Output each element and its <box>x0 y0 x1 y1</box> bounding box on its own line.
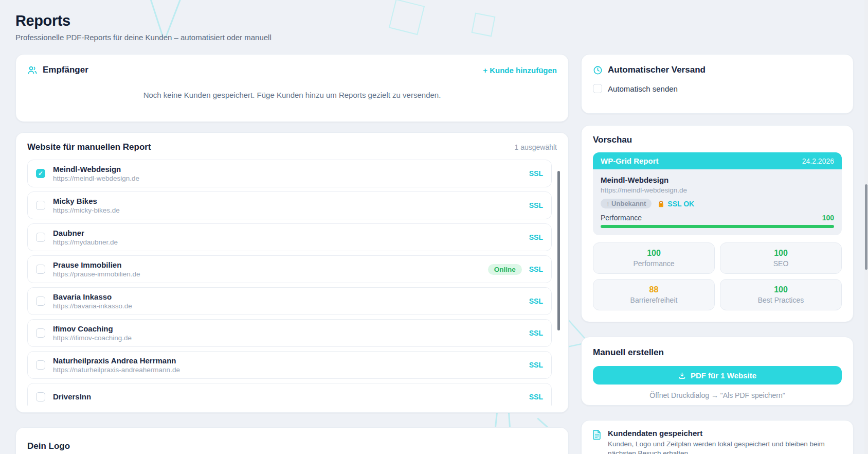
ssl-badge[interactable]: SSL <box>529 233 543 241</box>
site-checkbox[interactable] <box>36 392 45 401</box>
site-url: https://micky-bikes.de <box>53 206 120 214</box>
score-tile: 88 Barrierefreiheit <box>593 279 715 310</box>
score-value: 100 <box>725 249 837 258</box>
score-label: Performance <box>598 259 710 268</box>
preview-card: Vorschau WP-Grid Report 24.2.2026 Meindl… <box>581 125 854 322</box>
auto-send-checkbox[interactable] <box>593 84 602 93</box>
preview-title: Vorschau <box>593 135 842 145</box>
score-value: 100 <box>598 249 710 258</box>
site-url: https://mydaubner.de <box>53 238 118 246</box>
auto-send-card: Automatischer Versand Automatisch senden <box>581 54 854 114</box>
add-customer-button[interactable]: + Kunde hinzufügen <box>483 66 557 75</box>
recipients-empty-text: Noch keine Kunden gespeichert. Füge Kund… <box>27 91 557 99</box>
ssl-badge[interactable]: SSL <box>529 393 543 401</box>
storage-note-text: Kunden, Logo und Zeitplan werden lokal g… <box>608 440 829 454</box>
clock-icon <box>593 65 603 75</box>
create-pdf-button-label: PDF für 1 Website <box>691 371 756 380</box>
score-tile: 100 Performance <box>593 242 715 274</box>
page-title: Reports <box>15 12 855 29</box>
manual-create-title: Manuell erstellen <box>593 347 842 358</box>
manual-create-card: Manuell erstellen PDF für 1 Website Öffn… <box>581 337 854 406</box>
performance-bar <box>601 225 834 228</box>
recipients-title: Empfänger <box>43 65 88 75</box>
selected-count: 1 ausgewählt <box>514 143 557 151</box>
ssl-badge[interactable]: SSL <box>529 201 543 209</box>
score-label: Barrierefreiheit <box>598 296 710 304</box>
site-name: DriversInn <box>53 392 91 401</box>
logo-card: Dein Logo <box>15 427 569 454</box>
ssl-badge[interactable]: SSL <box>529 361 543 369</box>
ssl-badge[interactable]: SSL <box>529 329 543 337</box>
storage-note-card: Kundendaten gespeichert Kunden, Logo und… <box>581 420 854 454</box>
site-name: Ifimov Coaching <box>53 324 132 333</box>
score-value: 100 <box>725 285 837 294</box>
site-checkbox[interactable] <box>36 233 45 242</box>
score-tiles: 100 Performance 100 SEO 88 Barrierefreih… <box>593 242 842 310</box>
page-subtitle: Professionelle PDF-Reports für deine Kun… <box>15 33 855 42</box>
site-url: https://bavaria-inkasso.de <box>53 302 132 310</box>
preview-site-name: Meindl-Webdesign <box>601 176 834 184</box>
score-label: Best Practices <box>725 296 837 304</box>
online-badge: Online <box>488 264 522 275</box>
ssl-badge[interactable]: SSL <box>529 297 543 305</box>
website-list-title: Website für manuellen Report <box>27 142 151 152</box>
website-row[interactable]: Daubner https://mydaubner.de SSL <box>27 223 552 251</box>
website-report-card: Website für manuellen Report 1 ausgewähl… <box>15 132 569 413</box>
site-name: Naturheilpraxis Andrea Herrmann <box>53 356 180 365</box>
list-scrollbar[interactable] <box>557 171 560 330</box>
ssl-ok-badge: SSL OK <box>667 200 694 208</box>
website-list: Meindl-Webdesign https://meindl-webdesig… <box>27 160 557 406</box>
site-name: Prause Immobilien <box>53 260 140 269</box>
site-checkbox[interactable] <box>36 360 45 370</box>
performance-label: Performance <box>601 214 642 222</box>
website-row[interactable]: Meindl-Webdesign https://meindl-webdesig… <box>27 160 552 187</box>
document-icon <box>593 430 601 454</box>
website-row[interactable]: Ifimov Coaching https://ifimov-coaching.… <box>27 319 552 347</box>
site-checkbox[interactable] <box>36 201 45 210</box>
report-date: 24.2.2026 <box>802 157 834 165</box>
manual-hint: Öffnet Druckdialog → "Als PDF speichern" <box>593 391 842 399</box>
website-row[interactable]: DriversInn SSL <box>27 383 552 406</box>
site-name: Meindl-Webdesign <box>53 165 139 173</box>
status-badge: ↑ Unbekannt <box>601 199 652 208</box>
ssl-badge[interactable]: SSL <box>529 169 543 178</box>
score-label: SEO <box>725 259 837 268</box>
lock-icon <box>658 200 664 207</box>
download-icon <box>678 372 686 379</box>
page-scrollbar-thumb[interactable] <box>865 184 867 270</box>
users-icon <box>27 65 38 75</box>
auto-send-label: Automatisch senden <box>608 84 678 93</box>
site-checkbox[interactable] <box>36 265 45 274</box>
create-pdf-button[interactable]: PDF für 1 Website <box>593 366 842 385</box>
preview-site-url: https://meindl-webdesign.de <box>601 186 834 194</box>
site-name: Daubner <box>53 229 118 237</box>
auto-send-title: Automatischer Versand <box>608 65 706 75</box>
performance-value: 100 <box>822 214 834 222</box>
site-url: https://naturheilpraxis-andreahermann.de <box>53 366 180 374</box>
score-value: 88 <box>598 285 710 294</box>
score-tile: 100 Best Practices <box>720 279 842 310</box>
recipients-card: Empfänger + Kunde hinzufügen Noch keine … <box>15 54 569 122</box>
website-row[interactable]: Bavaria Inkasso https://bavaria-inkasso.… <box>27 287 552 315</box>
site-checkbox[interactable] <box>36 169 45 178</box>
website-row[interactable]: Micky Bikes https://micky-bikes.de SSL <box>27 191 552 219</box>
storage-note-title: Kundendaten gespeichert <box>608 429 829 438</box>
page-header: Reports Professionelle PDF-Reports für d… <box>15 12 855 42</box>
site-url: https://ifimov-coaching.de <box>53 334 132 342</box>
site-checkbox[interactable] <box>36 296 45 306</box>
website-row[interactable]: Prause Immobilien https://prause-immobil… <box>27 255 552 283</box>
site-url: https://prause-immobilien.de <box>53 270 140 278</box>
report-preview-header: WP-Grid Report 24.2.2026 <box>593 152 842 169</box>
site-checkbox[interactable] <box>36 328 45 338</box>
score-tile: 100 SEO <box>720 242 842 274</box>
site-url: https://meindl-webdesign.de <box>53 174 139 182</box>
report-name: WP-Grid Report <box>601 156 659 165</box>
logo-card-title: Dein Logo <box>27 441 557 451</box>
report-preview: WP-Grid Report 24.2.2026 Meindl-Webdesig… <box>593 152 842 235</box>
site-name: Bavaria Inkasso <box>53 292 132 301</box>
site-name: Micky Bikes <box>53 197 120 205</box>
ssl-badge[interactable]: SSL <box>529 265 543 273</box>
website-row[interactable]: Naturheilpraxis Andrea Herrmann https://… <box>27 351 552 379</box>
